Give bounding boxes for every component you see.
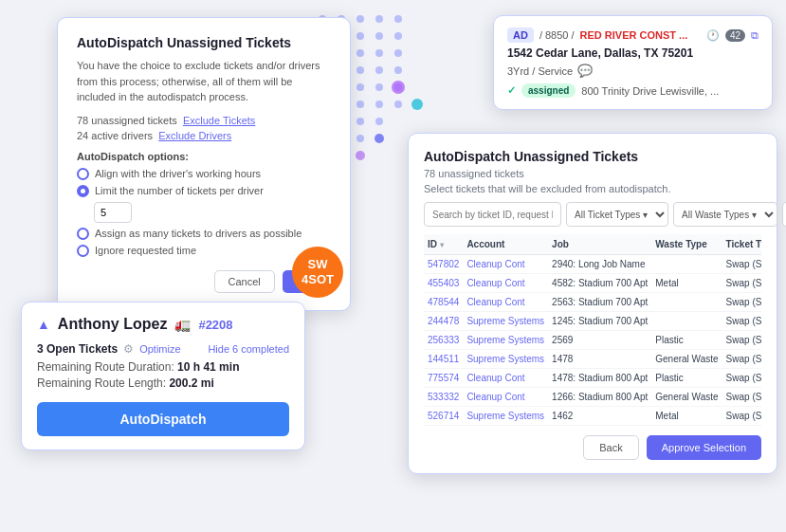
main-panel-helper: Select tickets that will be excluded fro… xyxy=(424,183,761,194)
cell-id[interactable]: 478544 xyxy=(424,293,463,312)
cell-waste: Plastic xyxy=(651,369,722,388)
cell-id[interactable]: 533332 xyxy=(424,388,463,407)
tickets-row: 3 Open Tickets ⚙ Optimize Hide 6 complet… xyxy=(37,342,289,356)
table-row[interactable]: 256333 Supreme Systems 2569 Plastic Swap… xyxy=(424,331,761,350)
asset-type-filter[interactable]: All Asset Types ▾ xyxy=(782,202,786,227)
company-name: RED RIVER CONST ... xyxy=(580,29,701,41)
cancel-button[interactable]: Cancel xyxy=(214,270,275,293)
driver-header: ▲ Anthony Lopez 🚛 #2208 xyxy=(37,316,289,333)
cell-job: 2563: Stadium 700 Apt xyxy=(548,293,651,312)
cell-account[interactable]: Supreme Systems xyxy=(463,331,548,350)
cell-ticket-type: Swap (Sw) xyxy=(722,350,761,369)
length-value: 200.2 mi xyxy=(169,376,213,390)
cell-id[interactable]: 455403 xyxy=(424,274,463,293)
cell-ticket-type: Swap (Sw) xyxy=(722,274,761,293)
hide-completed-button[interactable]: Hide 6 completed xyxy=(208,343,289,355)
cell-account[interactable]: Cleanup Cont xyxy=(463,369,548,388)
option4-row: Ignore requested time xyxy=(77,245,331,257)
table-header-row: ID ▾ Account Job Waste Type Ticket Type … xyxy=(424,234,761,255)
check-icon: ✓ xyxy=(507,84,516,97)
cell-account[interactable]: Cleanup Cont xyxy=(463,388,548,407)
cell-id[interactable]: 526714 xyxy=(424,407,463,426)
cell-job: 4582: Stadium 700 Apt xyxy=(548,274,651,293)
ad-badge: AD xyxy=(507,28,534,43)
back-button[interactable]: Back xyxy=(583,435,638,460)
cell-id[interactable]: 547802 xyxy=(424,255,463,274)
option1-radio[interactable] xyxy=(77,168,89,180)
panel-left-title: AutoDispatch Unassigned Tickets xyxy=(77,35,331,50)
table-row[interactable]: 478544 Cleanup Cont 2563: Stadium 700 Ap… xyxy=(424,293,761,312)
option2-radio[interactable] xyxy=(77,185,89,197)
table-row[interactable]: 144511 Supreme Systems 1478 General Wast… xyxy=(424,350,761,369)
external-link-icon[interactable]: ⧉ xyxy=(751,29,759,42)
option4-radio[interactable] xyxy=(77,245,89,257)
option1-label: Align with the driver's working hours xyxy=(95,168,261,179)
ticket-number: / 8850 / xyxy=(539,29,575,41)
cell-waste: Plastic xyxy=(651,331,722,350)
ticket-type-filter[interactable]: All Ticket Types ▾ xyxy=(566,202,668,227)
main-panel-title: AutoDispatch Unassigned Tickets xyxy=(424,149,761,164)
cell-waste xyxy=(651,312,722,331)
option2-label: Limit the number of tickets per driver xyxy=(95,185,264,196)
table-row[interactable]: 244478 Supreme Systems 1245: Stadium 700… xyxy=(424,312,761,331)
table-row[interactable]: 775574 Cleanup Cont 1478: Stadium 800 Ap… xyxy=(424,369,761,388)
ticket-limit-input[interactable] xyxy=(94,202,132,223)
main-panel-subtitle: 78 unassigned tickets xyxy=(424,168,761,179)
table-row[interactable]: 526714 Supreme Systems 1462 Metal Swap (… xyxy=(424,407,761,426)
cell-account[interactable]: Supreme Systems xyxy=(463,407,548,426)
cell-account[interactable]: Cleanup Cont xyxy=(463,293,548,312)
option1-row: Align with the driver's working hours xyxy=(77,168,331,180)
cell-ticket-type: Swap (Sw) xyxy=(722,388,761,407)
cell-job: 1245: Stadium 700 Apt xyxy=(548,312,651,331)
option2-row: Limit the number of tickets per driver xyxy=(77,185,331,197)
cell-account[interactable]: Cleanup Cont xyxy=(463,274,548,293)
table-row[interactable]: 455403 Cleanup Cont 4582: Stadium 700 Ap… xyxy=(424,274,761,293)
option4-label: Ignore requested time xyxy=(95,245,196,256)
cell-id[interactable]: 256333 xyxy=(424,331,463,350)
col-job: Job xyxy=(548,234,651,255)
table-row[interactable]: 533332 Cleanup Cont 1266: Stadium 800 Ap… xyxy=(424,388,761,407)
option3-label: Assign as many tickets to drivers as pos… xyxy=(95,228,302,239)
exclude-drivers-link[interactable]: Exclude Drivers xyxy=(158,130,231,141)
cell-ticket-type: Swap (Sw) xyxy=(722,312,761,331)
duration-label: Remaining Route Duration: xyxy=(37,360,174,374)
cell-job: 2569 xyxy=(548,331,651,350)
assigned-address: 800 Trinity Drive Lewisville, ... xyxy=(581,85,719,97)
exclude-tickets-link[interactable]: Exclude Tickets xyxy=(183,115,255,126)
filter-row: All Ticket Types ▾ All Waste Types ▾ All… xyxy=(424,202,761,227)
cell-waste: Metal xyxy=(651,274,722,293)
cell-account[interactable]: Supreme Systems xyxy=(463,312,548,331)
ticket-header: AD / 8850 / RED RIVER CONST ... 🕐 42 ⧉ xyxy=(507,28,759,43)
chat-icon[interactable]: 💬 xyxy=(577,64,593,78)
autodispatch-button[interactable]: AutoDispatch xyxy=(37,402,289,436)
vehicle-number: #2208 xyxy=(198,318,232,332)
collapse-icon[interactable]: ▲ xyxy=(37,317,50,332)
cell-id[interactable]: 144511 xyxy=(424,350,463,369)
cell-account[interactable]: Supreme Systems xyxy=(463,350,548,369)
truck-icon: 🚛 xyxy=(174,317,191,332)
duration-value: 10 h 41 min xyxy=(177,360,239,374)
main-panel-buttons: Back Approve Selection xyxy=(424,435,761,460)
cell-waste xyxy=(651,293,722,312)
table-row[interactable]: 547802 Cleanup Cont 2940: Long Job Name … xyxy=(424,255,761,274)
cell-ticket-type: Swap (Sw) xyxy=(722,293,761,312)
tickets-table-container: ID ▾ Account Job Waste Type Ticket Type … xyxy=(424,234,761,426)
ticket-address: 1542 Cedar Lane, Dallas, TX 75201 xyxy=(507,46,759,60)
option3-radio[interactable] xyxy=(77,228,89,240)
tickets-table-panel: AutoDispatch Unassigned Tickets 78 unass… xyxy=(408,133,777,474)
waste-type-filter[interactable]: All Waste Types ▾ xyxy=(673,202,777,227)
optimize-button[interactable]: Optimize xyxy=(139,343,180,355)
ticket-info-panel: AD / 8850 / RED RIVER CONST ... 🕐 42 ⧉ 1… xyxy=(493,15,773,110)
col-waste: Waste Type xyxy=(651,234,722,255)
options-label: AutoDispatch options: xyxy=(77,151,331,162)
cell-account[interactable]: Cleanup Cont xyxy=(463,255,548,274)
cell-ticket-type: Swap (Sw) xyxy=(722,331,761,350)
option3-row: Assign as many tickets to drivers as pos… xyxy=(77,228,331,240)
time-badge: 42 xyxy=(725,29,745,42)
cell-waste: General Waste xyxy=(651,350,722,369)
search-input[interactable] xyxy=(424,202,561,227)
cell-id[interactable]: 244478 xyxy=(424,312,463,331)
approve-button[interactable]: Approve Selection xyxy=(647,435,761,460)
cell-id[interactable]: 775574 xyxy=(424,369,463,388)
tickets-table: ID ▾ Account Job Waste Type Ticket Type … xyxy=(424,234,761,426)
